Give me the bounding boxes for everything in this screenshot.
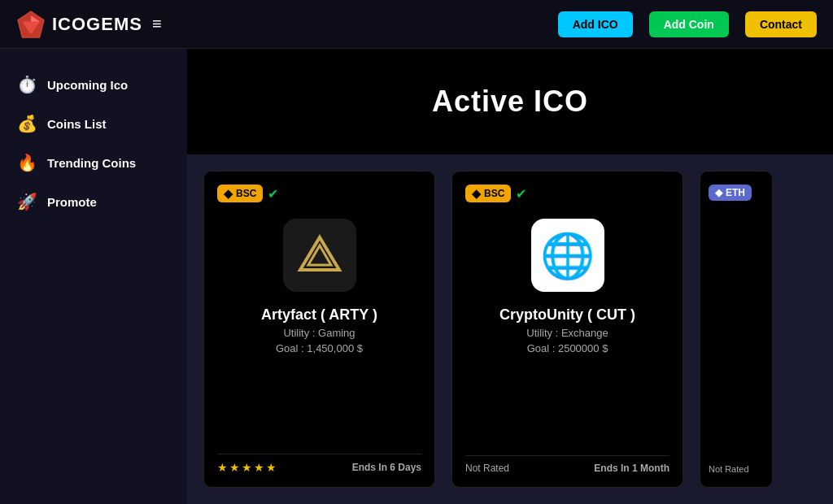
sidebar-label-trending-coins: Trending Coins (47, 156, 136, 170)
coin-name-cut: CryptoUnity ( CUT ) (499, 306, 635, 324)
active-ico-title: Active ICO (432, 85, 588, 119)
chain-label-cut: BSC (484, 188, 504, 199)
card-footer-cut: Not Rated Ends In 1 Month (465, 455, 669, 474)
cards-area: ◆ BSC ✔ Artyfact ( ARTY ) Utility : Gami… (187, 154, 833, 504)
content: Active ICO ◆ BSC ✔ (187, 49, 833, 504)
sidebar-item-trending-coins[interactable]: 🔥 Trending Coins (0, 143, 187, 182)
card-footer-arty: ★★★★★ Ends In 6 Days (217, 454, 421, 474)
add-coin-button[interactable]: Add Coin (649, 11, 729, 37)
not-rated-partial: Not Rated (709, 318, 749, 474)
sidebar-label-coins-list: Coins List (47, 117, 107, 131)
logo-icon (16, 10, 46, 39)
star-rating-arty: ★★★★★ (217, 461, 278, 474)
coin-goal-arty: Goal : 1,450,000 $ (276, 342, 363, 354)
coin-logo-arty (283, 219, 356, 292)
ends-in-cut: Ends In 1 Month (594, 463, 669, 474)
badge-bsc-arty: ◆ BSC (217, 185, 263, 202)
sidebar-item-coins-list[interactable]: 💰 Coins List (0, 104, 187, 143)
ico-card-arty[interactable]: ◆ BSC ✔ Artyfact ( ARTY ) Utility : Gami… (203, 171, 435, 488)
sidebar-label-upcoming-ico: Upcoming Ico (47, 78, 128, 92)
ends-in-arty: Ends In 6 Days (352, 462, 421, 473)
timer-icon: ⏱️ (16, 75, 37, 94)
main-layout: ⏱️ Upcoming Ico 💰 Coins List 🔥 Trending … (0, 49, 833, 504)
header: ICOGEMS ≡ Add ICO Add Coin Contact (0, 0, 833, 49)
sidebar-item-upcoming-ico[interactable]: ⏱️ Upcoming Ico (0, 65, 187, 104)
add-ico-button[interactable]: Add ICO (558, 11, 633, 37)
sidebar-item-promote[interactable]: 🚀 Promote (0, 182, 187, 221)
verified-icon-cut: ✔ (516, 186, 526, 202)
ico-card-cut[interactable]: ◆ BSC ✔ 🌐 CryptoUnity ( CUT ) Utility : … (451, 171, 683, 488)
rocket-icon: 🚀 (16, 192, 37, 211)
contact-button[interactable]: Contact (745, 11, 817, 37)
active-ico-banner: Active ICO (187, 49, 833, 154)
coin-utility-cut: Utility : Exchange (526, 327, 608, 339)
not-rated-cut: Not Rated (465, 463, 509, 474)
coin-goal-cut: Goal : 2500000 $ (527, 342, 608, 354)
bnb-icon: ◆ (224, 187, 233, 200)
card-badges-eth: ◆ ETH (709, 185, 752, 201)
chain-label-eth: ETH (726, 187, 745, 198)
coin-logo-cut: 🌐 (531, 219, 604, 292)
verified-icon-arty: ✔ (268, 186, 278, 202)
sidebar: ⏱️ Upcoming Ico 💰 Coins List 🔥 Trending … (0, 49, 187, 504)
ico-card-partial[interactable]: ◆ ETH Not Rated (700, 171, 773, 488)
coin-name-arty: Artyfact ( ARTY ) (261, 306, 377, 324)
badge-bsc-cut: ◆ BSC (465, 185, 511, 202)
eth-icon: ◆ (715, 187, 722, 198)
fire-icon: 🔥 (16, 153, 37, 172)
chain-label-arty: BSC (236, 188, 256, 199)
logo-area: ICOGEMS ≡ (16, 10, 162, 39)
bnb-icon-cut: ◆ (472, 187, 481, 200)
globe-emoji: 🌐 (540, 230, 595, 281)
logo-text: ICOGEMS (52, 14, 142, 35)
coin-utility-arty: Utility : Gaming (283, 327, 355, 339)
coins-icon: 💰 (16, 114, 37, 133)
hamburger-menu[interactable]: ≡ (152, 15, 162, 33)
arty-svg (295, 231, 344, 280)
badge-eth: ◆ ETH (709, 185, 752, 201)
card-badges-cut: ◆ BSC ✔ (465, 185, 526, 202)
sidebar-label-promote: Promote (47, 195, 97, 209)
card-badges-arty: ◆ BSC ✔ (217, 185, 278, 202)
